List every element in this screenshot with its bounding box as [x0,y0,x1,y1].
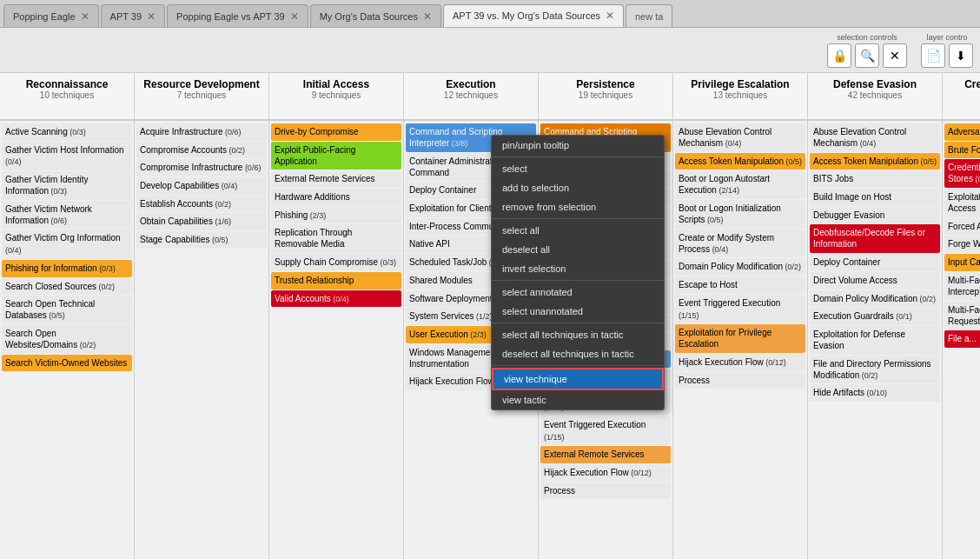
context-menu-item[interactable]: view tactic [492,390,664,409]
technique[interactable]: Create or Modify System Process (0/4) [675,230,805,258]
technique-score: (2/3) [308,211,326,220]
technique[interactable]: Abuse Elevation Control Mechanism (0/4) [675,123,805,152]
technique[interactable]: Exploitation for Credential Access [944,189,980,217]
technique[interactable]: Gather Victim Identity Information (0/3) [2,171,132,200]
tab-new[interactable]: new ta [626,4,672,27]
search-icon[interactable]: 🔍 [855,43,879,68]
technique[interactable]: Gather Victim Org Information (0/4) [2,230,132,258]
technique[interactable]: Stage Capabilities (0/5) [136,231,267,249]
context-menu-item[interactable]: deselect all [492,240,664,259]
technique[interactable]: Obtain Capabilities (1/6) [136,213,267,230]
technique[interactable]: Hide Artifacts (0/10) [810,384,940,402]
technique[interactable]: Multi-Factor Authentication Interception [944,272,980,301]
context-menu-item[interactable]: select annotated [492,283,664,302]
tab-close[interactable]: ✕ [147,10,156,23]
technique[interactable]: Compromise Accounts (0/2) [136,142,267,159]
technique[interactable]: Process [675,372,805,389]
technique[interactable]: Access Token Manipulation (0/5) [810,153,940,170]
tactic-header-4: Persistence19 techniques [539,73,672,121]
technique[interactable]: File and Directory Permissions Modificat… [810,356,940,384]
technique[interactable]: Forced Authentication [944,218,980,236]
technique[interactable]: Multi-Factor Authentication Request Gene… [944,302,980,330]
tab-apt39-vs-org[interactable]: APT 39 vs. My Org's Data Sources ✕ [443,4,624,27]
technique[interactable]: Event Triggered Execution (1/15) [540,416,671,445]
technique[interactable]: Valid Accounts (0/4) [271,290,401,308]
context-menu-item[interactable]: add to selection [492,178,664,197]
technique[interactable]: Exploit Public-Facing Application [271,142,401,170]
context-menu-item[interactable]: deselect all techniques in tactic [492,344,664,363]
technique[interactable]: Acquire Infrastructure (0/6) [136,123,267,141]
technique[interactable]: Process [540,482,671,500]
technique[interactable]: Deploy Container [810,254,940,271]
context-menu-item[interactable]: select all [492,221,664,240]
tab-close[interactable]: ✕ [81,10,89,23]
technique[interactable]: Boot or Logon Initialization Scripts (0/… [675,200,805,229]
technique[interactable]: Phishing for Information (0/3) [2,260,132,277]
context-menu-item[interactable]: view technique [492,368,664,390]
technique[interactable]: Compromise Infrastructure (0/6) [136,159,267,176]
technique[interactable]: Search Closed Sources (0/2) [2,278,132,296]
context-menu-item[interactable]: invert selection [492,259,664,278]
technique[interactable]: Build Image on Host [810,189,940,206]
technique[interactable]: Direct Volume Access [810,272,940,289]
technique[interactable]: Adversary-in-the-Middle (0/3) [944,123,980,141]
tab-label: My Org's Data Sources [320,11,418,22]
document-icon[interactable]: 📄 [921,43,945,68]
technique[interactable]: Access Token Manipulation (0/5) [675,153,805,170]
technique[interactable]: Boot or Logon Autostart Execution (2/14) [675,170,805,199]
technique[interactable]: Abuse Elevation Control Mechanism (0/4) [810,123,940,152]
technique-score: (0/4) [710,245,728,254]
tab-close[interactable]: ✕ [423,10,432,23]
technique[interactable]: Hijack Execution Flow (0/12) [675,354,805,371]
context-menu-item[interactable]: select unannotated [492,302,664,321]
technique[interactable]: Domain Policy Modification (0/2) [675,258,805,276]
technique-score: (0/4) [5,246,22,255]
technique[interactable]: Exploitation for Defense Evasion [810,326,940,355]
technique[interactable]: Drive-by Compromise [271,123,401,141]
technique[interactable]: Input Capture (1/4) [944,254,980,271]
tab-popping-vs-apt[interactable]: Popping Eagle vs APT 39 ✕ [167,4,308,27]
tactic-header-6: Defense Evasion42 techniques [808,73,942,121]
technique[interactable]: External Remote Services [540,446,671,463]
technique[interactable]: Exploitation for Privilege Escalation [675,324,805,353]
technique[interactable]: Active Scanning (0/3) [2,123,132,141]
technique[interactable]: Search Open Websites/Domains (0/2) [2,325,132,354]
clear-icon[interactable]: ✕ [883,43,907,68]
technique[interactable]: Gather Victim Host Information (0/4) [2,142,132,170]
technique[interactable]: Trusted Relationship [271,272,401,289]
technique[interactable]: Forge Web Credentials (0/2) [944,236,980,253]
technique[interactable]: External Remote Services [271,170,401,188]
technique[interactable]: Event Triggered Execution (1/15) [675,295,805,323]
lock-icon[interactable]: 🔒 [827,43,851,68]
technique[interactable]: Deobfuscate/Decode Files or Information [810,224,940,253]
technique[interactable]: Develop Capabilities (0/4) [136,177,267,195]
context-menu-item[interactable]: pin/unpin tooltip [492,136,664,155]
download-icon[interactable]: ⬇ [949,43,973,68]
tab-close[interactable]: ✕ [290,10,299,23]
tab-apt39[interactable]: APT 39 ✕ [101,4,166,27]
technique[interactable]: Search Open Technical Databases (0/5) [2,296,132,324]
technique[interactable]: Credentials from Password Stores (0/5) [944,159,980,188]
technique[interactable]: Hijack Execution Flow (0/12) [540,464,671,482]
technique[interactable]: BITS Jobs [810,170,940,188]
tab-my-org[interactable]: My Org's Data Sources ✕ [310,4,441,27]
technique[interactable]: Brute Force (0/4) [944,142,980,159]
context-menu-item[interactable]: select all techniques in tactic [492,325,664,344]
technique[interactable]: File a... [944,330,980,348]
technique[interactable]: Search Victim-Owned Websites [2,355,132,372]
context-menu-item[interactable]: select [492,159,664,178]
technique[interactable]: Execution Guardrails (0/1) [810,308,940,325]
technique[interactable]: Gather Victim Network Information (0/6) [2,201,132,230]
context-menu-item[interactable]: remove from selection [492,197,664,216]
technique[interactable]: Domain Policy Modification (0/2) [810,290,940,308]
technique[interactable]: Replication Through Removable Media [271,224,401,253]
context-menu-separator [492,218,664,219]
technique[interactable]: Supply Chain Compromise (0/3) [271,254,401,271]
technique[interactable]: Escape to Host [675,276,805,294]
technique[interactable]: Debugger Evasion [810,207,940,224]
tab-popping-eagle[interactable]: Popping Eagle ✕ [3,4,99,27]
technique[interactable]: Phishing (2/3) [271,207,401,224]
tab-close[interactable]: ✕ [606,10,614,22]
technique[interactable]: Establish Accounts (0/2) [136,196,267,213]
technique[interactable]: Hardware Additions [271,189,401,206]
